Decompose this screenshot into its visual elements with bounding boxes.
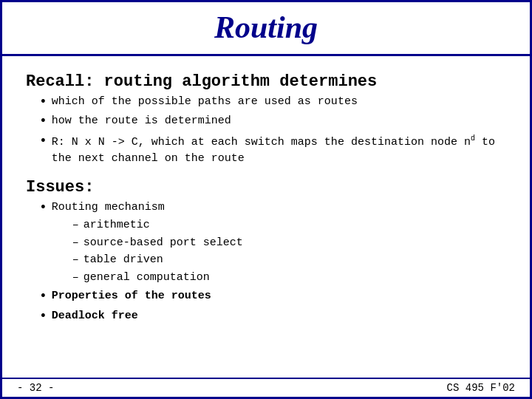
footer-course: CS 495 F'02 — [447, 382, 515, 394]
routing-mechanism-group: Routing mechanism – arithmetic – source-… — [52, 200, 243, 287]
sub-table-driven: – table driven — [72, 252, 243, 269]
slide-content: Recall: routing algorithm determines • w… — [2, 56, 530, 378]
bullet-dot-3: • — [39, 133, 47, 150]
bullet-dot-5: • — [39, 288, 47, 305]
recall-bullet-3: • R: N x N -> C, which at each switch ma… — [39, 133, 506, 168]
issues-bullet-3: • Deadlock free — [39, 308, 506, 325]
recall-bullet-2-text: how the route is determined — [52, 113, 231, 130]
dash-4: – — [72, 270, 79, 287]
dash-1: – — [72, 217, 79, 234]
recall-bullet-2: • how the route is determined — [39, 113, 506, 130]
dash-2: – — [72, 235, 79, 252]
routing-mechanism-sublist: – arithmetic – source-based port select … — [52, 217, 243, 286]
issues-bullet-2: • Properties of the routes — [39, 288, 506, 305]
sub-source-based: – source-based port select — [72, 235, 243, 252]
slide-footer: - 32 - CS 495 F'02 — [2, 378, 530, 397]
bullet-dot-1: • — [39, 94, 47, 111]
sub-general-text: general computation — [83, 270, 210, 287]
slide-title: Routing — [214, 10, 318, 44]
recall-bullets: • which of the possible paths are used a… — [26, 94, 506, 168]
recall-section: Recall: routing algorithm determines • w… — [26, 69, 506, 168]
sub-source-text: source-based port select — [83, 235, 243, 252]
issues-bullets: • Routing mechanism – arithmetic – sourc… — [26, 200, 506, 325]
recall-bullet-1: • which of the possible paths are used a… — [39, 94, 506, 111]
deadlock-text: Deadlock free — [52, 308, 138, 325]
properties-text: Properties of the routes — [52, 288, 211, 305]
sub-general-computation: – general computation — [72, 270, 243, 287]
issues-heading: Issues: — [26, 178, 506, 197]
footer-page-number: - 32 - — [17, 382, 54, 394]
slide: Routing Recall: routing algorithm determ… — [0, 0, 532, 399]
recall-heading: Recall: routing algorithm determines — [26, 72, 506, 91]
bullet-dot-4: • — [39, 200, 47, 216]
routing-mechanism-text: Routing mechanism — [52, 201, 165, 214]
sub-arithmetic-text: arithmetic — [83, 217, 150, 234]
dash-3: – — [72, 252, 79, 269]
issues-section: Issues: • Routing mechanism – arithmetic — [26, 175, 506, 325]
recall-bullet-1-text: which of the possible paths are used as … — [52, 94, 358, 111]
bullet-dot-2: • — [39, 113, 47, 130]
issues-bullet-1: • Routing mechanism – arithmetic – sourc… — [39, 200, 506, 287]
recall-bullet-3-text: R: N x N -> C, which at each switch maps… — [52, 133, 506, 168]
bullet-dot-6: • — [39, 308, 47, 325]
title-bar: Routing — [2, 2, 530, 56]
sub-table-text: table driven — [83, 252, 163, 269]
sub-arithmetic: – arithmetic — [72, 217, 243, 234]
